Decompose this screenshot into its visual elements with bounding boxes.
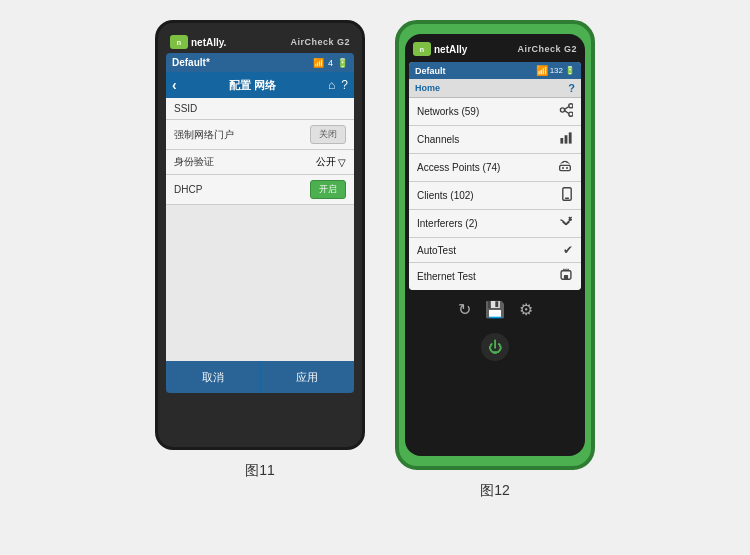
menu-item-access-points[interactable]: Access Points (74) (409, 154, 581, 182)
refresh-button[interactable]: ↻ (458, 300, 471, 319)
main-container: n netAlly. AirCheck G2 Default* 📶 4 🔋 (0, 0, 750, 500)
svg-rect-11 (569, 132, 572, 143)
screen1-footer: 取消 应用 (166, 361, 354, 393)
check-icon: ✔ (563, 243, 573, 257)
menu-label-interferers: Interferers (2) (417, 218, 478, 229)
ssid-label: SSID (174, 103, 197, 114)
d2-wifi-signal: 132 (550, 66, 563, 75)
auth-label: 身份验证 (174, 155, 214, 169)
nav-icons-1: ⌂ ? (328, 78, 348, 92)
power-button[interactable]: ⏻ (481, 333, 509, 361)
help-icon-1[interactable]: ? (341, 78, 348, 92)
device2-screen: Default 📶 132 🔋 Home ? Net (409, 62, 581, 290)
screen1-body: SSID 强制网络门户 关闭 身份验证 公开 ▽ (166, 98, 354, 361)
aircheck-title-2: AirCheck G2 (517, 44, 577, 54)
screen1: Default* 📶 4 🔋 ‹ 配置 网络 ⌂ ? (166, 53, 354, 393)
svg-rect-10 (565, 135, 568, 143)
d2-home-label[interactable]: Home (415, 83, 440, 93)
menu-item-clients[interactable]: Clients (102) (409, 182, 581, 210)
d2-bottom-bar: ↻ 💾 ⚙ (411, 296, 579, 323)
d2-battery-icon: 🔋 (565, 66, 575, 75)
netally-text-2: netAlly (434, 44, 467, 55)
portal-button[interactable]: 关闭 (310, 125, 346, 144)
figure-12-caption: 图12 (480, 482, 510, 500)
device1-body: n netAlly. AirCheck G2 Default* 📶 4 🔋 (155, 20, 365, 450)
screen1-nav: ‹ 配置 网络 ⌂ ? (166, 72, 354, 98)
portal-label: 强制网络门户 (174, 128, 234, 142)
d2-subheader: Home ? (409, 79, 581, 98)
form-row-portal: 强制网络门户 关闭 (166, 120, 354, 150)
svg-text:n: n (420, 46, 424, 53)
device2-top-bar: n netAlly AirCheck G2 (411, 42, 579, 56)
menu-item-autotest[interactable]: AutoTest ✔ (409, 238, 581, 263)
auth-value: 公开 (316, 155, 336, 169)
wifi-icon-1: 📶 (313, 58, 324, 68)
status-area-1: 📶 4 🔋 (313, 58, 348, 68)
barchart-icon (559, 131, 573, 148)
netally-logo-2: n netAlly (413, 42, 467, 56)
svg-text:n: n (177, 39, 181, 46)
home-icon-1[interactable]: ⌂ (328, 78, 335, 92)
svg-rect-16 (565, 198, 569, 199)
screen1-header: Default* 📶 4 🔋 (166, 53, 354, 72)
battery-icon-1: 🔋 (337, 58, 348, 68)
svg-rect-12 (560, 165, 571, 170)
figure-11-caption: 图11 (245, 462, 275, 480)
menu-item-ethernet[interactable]: Ethernet Test (409, 263, 581, 290)
d2-status: 📶 132 🔋 (536, 65, 575, 76)
menu-item-channels[interactable]: Channels (409, 126, 581, 154)
apply-button[interactable]: 应用 (261, 361, 355, 393)
device2-inner: n netAlly AirCheck G2 Default 📶 132 (405, 34, 585, 456)
menu-item-networks[interactable]: Networks (59) (409, 98, 581, 126)
figure-12-block: n netAlly AirCheck G2 Default 📶 132 (395, 20, 595, 500)
form-row-auth: 身份验证 公开 ▽ (166, 150, 354, 175)
menu-label-access-points: Access Points (74) (417, 162, 500, 173)
netally-logo-1: n netAlly. (170, 35, 226, 49)
svg-point-5 (569, 104, 573, 108)
cancel-button[interactable]: 取消 (166, 361, 261, 393)
netally-icon-2: n (413, 42, 431, 56)
device2-body: n netAlly AirCheck G2 Default 📶 132 (395, 20, 595, 470)
dropdown-arrow-icon: ▽ (338, 157, 346, 168)
share-icon (559, 103, 573, 120)
d2-wifi-icon: 📶 (536, 65, 548, 76)
save-button[interactable]: 💾 (485, 300, 505, 319)
d2-profile-name: Default (415, 66, 446, 76)
figure-11-block: n netAlly. AirCheck G2 Default* 📶 4 🔋 (155, 20, 365, 480)
svg-point-4 (560, 108, 564, 112)
menu-label-clients: Clients (102) (417, 190, 474, 201)
svg-point-14 (566, 167, 568, 169)
netally-icon-1: n (170, 35, 188, 49)
wifi-count-1: 4 (328, 58, 333, 68)
dhcp-button[interactable]: 开启 (310, 180, 346, 199)
settings-button[interactable]: ⚙ (519, 300, 533, 319)
menu-label-autotest: AutoTest (417, 245, 456, 256)
svg-rect-23 (564, 275, 568, 279)
back-button-1[interactable]: ‹ (172, 77, 177, 93)
dhcp-label: DHCP (174, 184, 202, 195)
ethernet-icon (559, 268, 573, 285)
device1-top-bar: n netAlly. AirCheck G2 (166, 35, 354, 49)
netally-text-1: netAlly. (191, 37, 226, 48)
profile-name-1: Default* (172, 57, 210, 68)
aircheck-title-1: AirCheck G2 (290, 37, 350, 47)
wifi-x-icon (559, 215, 573, 232)
svg-line-7 (565, 107, 569, 110)
menu-label-ethernet: Ethernet Test (417, 271, 476, 282)
menu-label-networks: Networks (59) (417, 106, 479, 117)
router-icon (557, 159, 573, 176)
nav-title-1: 配置 网络 (229, 78, 276, 93)
svg-rect-9 (560, 138, 563, 144)
form-row-dhcp: DHCP 开启 (166, 175, 354, 205)
d2-header: Default 📶 132 🔋 (409, 62, 581, 79)
form-row-ssid: SSID (166, 98, 354, 120)
menu-label-channels: Channels (417, 134, 459, 145)
svg-point-13 (562, 167, 564, 169)
auth-dropdown[interactable]: 公开 ▽ (316, 155, 346, 169)
svg-point-6 (569, 112, 573, 116)
d2-help-button[interactable]: ? (568, 82, 575, 94)
menu-item-interferers[interactable]: Interferers (2) (409, 210, 581, 238)
svg-line-8 (565, 111, 569, 114)
device-icon (561, 187, 573, 204)
